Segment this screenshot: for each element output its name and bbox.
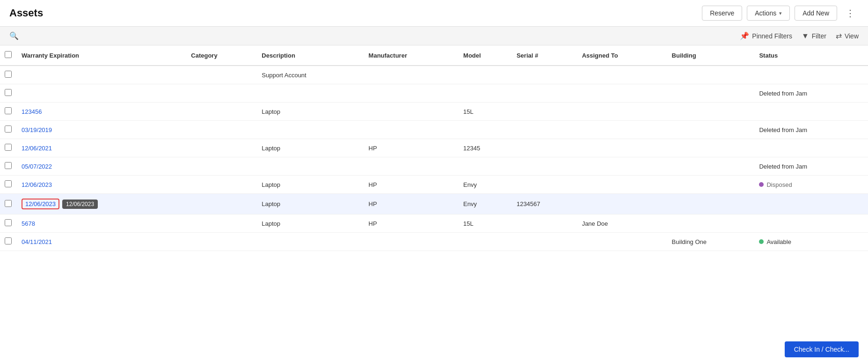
actions-label: Actions — [755, 9, 776, 17]
row-checkbox[interactable] — [5, 219, 12, 226]
row-serial: 1234567 — [512, 194, 577, 214]
row-category — [186, 214, 257, 233]
warranty-link[interactable]: 12/06/2023 — [22, 199, 59, 209]
row-category — [186, 103, 257, 121]
row-checkbox[interactable] — [5, 107, 12, 114]
row-warranty: 12/06/2023 — [17, 176, 186, 194]
filter-label: Filter — [812, 32, 826, 40]
col-building: Building — [667, 45, 755, 66]
warranty-link[interactable]: 05/07/2022 — [22, 163, 52, 170]
row-manufacturer — [364, 157, 459, 176]
row-status — [754, 103, 868, 121]
row-model: Envy — [459, 176, 512, 194]
pinned-filters-button[interactable]: 📌 Pinned Filters — [740, 31, 792, 40]
warranty-link[interactable]: 5678 — [22, 220, 35, 227]
row-assigned-to — [577, 157, 667, 176]
row-checkbox[interactable] — [5, 89, 12, 96]
row-checkbox[interactable] — [5, 126, 12, 133]
row-building — [667, 194, 755, 214]
row-model: 15L — [459, 103, 512, 121]
row-manufacturer — [364, 121, 459, 139]
row-checkbox[interactable] — [5, 180, 12, 187]
warranty-link[interactable]: 03/19/2019 — [22, 126, 52, 133]
row-manufacturer — [364, 103, 459, 121]
row-serial — [512, 103, 577, 121]
table-row: 03/19/2019Deleted from Jam — [0, 121, 868, 139]
warranty-link[interactable]: 12/06/2021 — [22, 145, 52, 152]
add-new-button[interactable]: Add New — [795, 6, 837, 21]
col-manufacturer: Manufacturer — [364, 45, 459, 66]
row-checkbox[interactable] — [5, 162, 12, 169]
select-all-column — [0, 45, 17, 66]
row-assigned-to — [577, 66, 667, 84]
row-description: Laptop — [257, 194, 364, 214]
row-checkbox[interactable] — [5, 71, 12, 78]
view-button[interactable]: ⇄ View — [836, 31, 859, 40]
row-serial — [512, 176, 577, 194]
row-model: 12345 — [459, 139, 512, 157]
filter-button[interactable]: ▼ Filter — [802, 32, 826, 40]
col-warranty: Warranty Expiration — [17, 45, 186, 66]
table-row: 5678LaptopHP15LJane Doe — [0, 214, 868, 233]
row-status: Deleted from Jam — [754, 121, 868, 139]
toolbar-right: 📌 Pinned Filters ▼ Filter ⇄ View — [740, 31, 859, 40]
row-serial — [512, 157, 577, 176]
col-description: Description — [257, 45, 364, 66]
row-warranty — [17, 84, 186, 103]
row-warranty: 05/07/2022 — [17, 157, 186, 176]
row-assigned-to: Jane Doe — [577, 214, 667, 233]
col-assigned-to: Assigned To — [577, 45, 667, 66]
warranty-link[interactable]: 12/06/2023 — [22, 181, 52, 188]
col-category: Category — [186, 45, 257, 66]
row-manufacturer — [364, 66, 459, 84]
view-label: View — [845, 32, 859, 40]
row-checkbox[interactable] — [5, 237, 12, 244]
row-description — [257, 233, 364, 251]
available-dot — [759, 239, 764, 244]
search-icon[interactable]: 🔍 — [9, 31, 19, 40]
row-assigned-to — [577, 139, 667, 157]
row-checkbox[interactable] — [5, 144, 12, 151]
row-building — [667, 139, 755, 157]
status-badge: Available — [759, 238, 863, 245]
reserve-button[interactable]: Reserve — [702, 6, 742, 21]
row-assigned-to — [577, 121, 667, 139]
row-building — [667, 103, 755, 121]
row-checkbox[interactable] — [5, 200, 12, 207]
row-category — [186, 157, 257, 176]
select-all-checkbox[interactable] — [5, 51, 12, 58]
row-serial — [512, 121, 577, 139]
row-manufacturer: HP — [364, 194, 459, 214]
row-assigned-to — [577, 84, 667, 103]
row-serial — [512, 66, 577, 84]
row-manufacturer — [364, 84, 459, 103]
row-description — [257, 84, 364, 103]
warranty-link[interactable]: 04/11/2021 — [22, 238, 52, 245]
assets-table-container: Warranty Expiration Category Description… — [0, 45, 868, 251]
row-model — [459, 157, 512, 176]
table-row: 12/06/2023LaptopHPEnvyDisposed — [0, 176, 868, 194]
row-assigned-to — [577, 103, 667, 121]
row-serial — [512, 84, 577, 103]
row-manufacturer: HP — [364, 176, 459, 194]
row-model — [459, 66, 512, 84]
row-category — [186, 66, 257, 84]
row-assigned-to — [577, 194, 667, 214]
actions-button[interactable]: Actions ▾ — [747, 6, 790, 21]
warranty-link[interactable]: 123456 — [22, 108, 42, 115]
row-description — [257, 121, 364, 139]
row-manufacturer: HP — [364, 214, 459, 233]
row-status — [754, 139, 868, 157]
toolbar-left: 🔍 — [9, 31, 19, 40]
table-row: Deleted from Jam — [0, 84, 868, 103]
pinned-filters-label: Pinned Filters — [752, 32, 792, 40]
status-badge: Disposed — [759, 181, 863, 188]
row-model — [459, 233, 512, 251]
row-model: Envy — [459, 194, 512, 214]
row-model — [459, 121, 512, 139]
more-options-button[interactable]: ⋮ — [842, 6, 859, 21]
page-header: Assets Reserve Actions ▾ Add New ⋮ — [0, 0, 868, 27]
row-status: Deleted from Jam — [754, 84, 868, 103]
row-category — [186, 139, 257, 157]
assets-table: Warranty Expiration Category Description… — [0, 45, 868, 251]
